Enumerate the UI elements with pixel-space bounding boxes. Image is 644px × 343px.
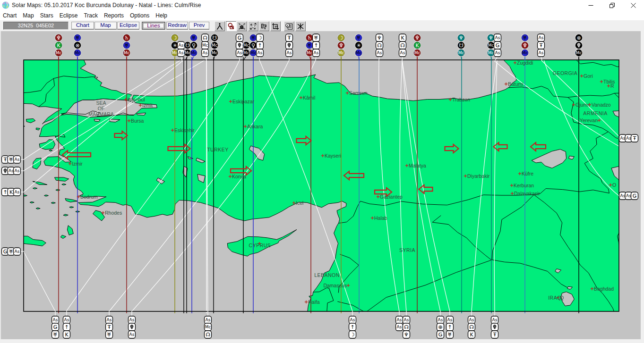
- chip-glyph: ♆: [489, 35, 493, 41]
- prev-button[interactable]: Prev: [189, 22, 209, 30]
- chip-glyph: Mc: [212, 43, 218, 48]
- glyph-chip-zeus: ↑: [257, 42, 264, 49]
- tool-compass-button[interactable]: [215, 21, 225, 31]
- chip-glyph: Mc: [75, 50, 81, 55]
- chart-button[interactable]: Chart: [71, 22, 94, 30]
- menu-options[interactable]: Options: [130, 11, 149, 20]
- chip-glyph: Mc: [202, 43, 208, 48]
- city-label: Baghdad: [594, 286, 614, 292]
- glyph-chip-cupido: ♀: [190, 42, 197, 49]
- city-label: O: [612, 182, 616, 188]
- tool-zoom-select-button[interactable]: [226, 21, 236, 31]
- chip-glyph: Ǥ: [3, 249, 8, 255]
- glyph-chip-admetos: [491, 323, 498, 331]
- chip-glyph: As: [9, 168, 14, 173]
- city-label: Diyarbakir: [467, 173, 490, 179]
- tool-pan-hand-button[interactable]: [237, 21, 247, 31]
- menu-help[interactable]: Help: [155, 11, 167, 20]
- chip-glyph: ♆: [377, 35, 382, 41]
- coordinates-display: 32N25 045E02: [3, 22, 69, 30]
- city-label: Halab: [374, 215, 387, 221]
- chip-glyph: As: [129, 332, 135, 337]
- chip-glyph: As: [400, 50, 405, 55]
- city-label: Bodrum: [80, 194, 98, 200]
- glyph-chip-as: As: [403, 316, 410, 324]
- chip-glyph: ☊: [400, 42, 405, 49]
- menu-track[interactable]: Track: [84, 11, 98, 20]
- city-label: Yerevan: [580, 117, 598, 123]
- tool-move-crop-button[interactable]: [270, 21, 281, 31]
- menu-map[interactable]: Map: [23, 11, 34, 20]
- city-label: Eskipazar: [232, 99, 255, 104]
- minimize-button[interactable]: [580, 0, 601, 10]
- zoom-select-icon: [227, 23, 235, 30]
- glyph-chip-pluto: [521, 42, 529, 49]
- glyph-chip-saturn: ♄: [123, 34, 130, 42]
- glyph-chip-uranus: ♅: [447, 331, 454, 338]
- glyph-chip-mc: Mc: [249, 49, 257, 57]
- glyph-chip-as: As: [491, 316, 498, 324]
- eclipse-button[interactable]: Eclipse: [117, 22, 139, 30]
- chip-glyph: As: [620, 193, 626, 198]
- glyph-chip-node: ☊: [403, 323, 410, 331]
- compass-icon: [216, 23, 223, 30]
- redraw-button[interactable]: Redraw: [166, 22, 188, 30]
- chip-glyph: K: [415, 42, 419, 49]
- lines-button[interactable]: Lines: [142, 22, 165, 30]
- glyph-chip-mc: Mc: [457, 49, 465, 57]
- glyph-chip-neptune: ♆: [376, 34, 383, 42]
- astro-map[interactable]: IstanbulIzmitBursaEskisehirEskipazarAnka…: [0, 31, 644, 343]
- glyph-chip-uranus: ♅: [306, 42, 313, 49]
- menu-chart[interactable]: Chart: [3, 11, 17, 20]
- menu-reports[interactable]: Reports: [104, 11, 124, 20]
- glyph-chip-as: As: [494, 49, 501, 57]
- chip-glyph: As: [206, 318, 211, 322]
- city-label: Dalavakasir: [514, 191, 540, 196]
- glyph-chip-pluto: [337, 42, 345, 49]
- chip-glyph: As: [626, 193, 631, 198]
- chip-glyph: As: [626, 136, 631, 141]
- glyph-chip-node: ☊: [468, 323, 475, 331]
- chip-glyph: Mc: [172, 50, 178, 55]
- region-label: TURKEY: [207, 147, 229, 152]
- glyph-chip-mc: Mc: [242, 42, 250, 49]
- tool-paint-roller-button[interactable]: [259, 21, 269, 31]
- glyph-chip-as: As: [205, 316, 212, 324]
- glyph-chip-neptune: ♆: [457, 34, 465, 42]
- map-button[interactable]: Map: [94, 22, 117, 30]
- glyph-chip-uranus: ♅: [249, 34, 257, 42]
- chip-glyph: [130, 325, 133, 329]
- chip-glyph: Mc: [243, 50, 249, 55]
- glyph-chip-kronos: Ŧ: [286, 34, 293, 42]
- chip-glyph: ♅: [75, 35, 80, 41]
- chip-glyph: ♅: [356, 35, 361, 41]
- city-label: Vanadzo: [592, 102, 611, 108]
- menu-eclipse[interactable]: Eclipse: [60, 11, 78, 20]
- tool-info-report-button[interactable]: [284, 21, 294, 31]
- tool-cross-lines-button[interactable]: [295, 21, 306, 31]
- chip-glyph: Ǥ: [238, 35, 242, 41]
- glyph-chip-as: As: [14, 167, 21, 175]
- city-label: Istanbul: [128, 97, 145, 102]
- chip-glyph: ☽: [339, 35, 343, 41]
- chip-glyph: Mc: [338, 50, 344, 55]
- close-button[interactable]: [623, 0, 644, 10]
- city-label: Rhodes: [105, 210, 122, 216]
- chip-glyph: Mc: [212, 50, 218, 55]
- city-label: Gaziantep: [380, 194, 403, 200]
- menu-stars[interactable]: Stars: [40, 11, 53, 20]
- window-frame-right: [641, 31, 644, 343]
- city-label: Kâmil: [303, 95, 315, 100]
- chip-glyph: ♆: [459, 35, 464, 41]
- glyph-chip-chiron: K: [55, 42, 62, 49]
- restore-button[interactable]: [601, 0, 623, 10]
- chip-glyph: As: [179, 43, 184, 48]
- sea-label: SEA: [96, 100, 106, 106]
- tool-plane-button[interactable]: [248, 21, 258, 31]
- chip-glyph: As: [258, 50, 263, 55]
- chip-glyph: ☊: [377, 42, 382, 49]
- city-label: Malatya: [409, 163, 426, 168]
- city-label: Gjumri: [575, 102, 590, 108]
- glyph-chip-mc: Mc: [190, 49, 197, 57]
- info-report-icon: [285, 23, 293, 30]
